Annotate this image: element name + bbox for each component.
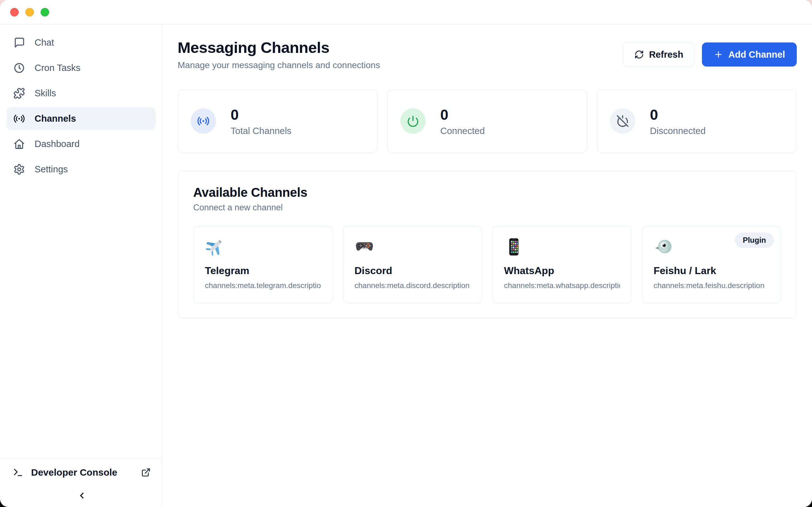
broadcast-icon bbox=[197, 115, 210, 127]
stat-label: Total Channels bbox=[231, 126, 292, 136]
stat-label: Disconnected bbox=[650, 126, 706, 136]
terminal-icon bbox=[13, 467, 23, 478]
airplane-emoji-icon bbox=[205, 237, 224, 257]
stat-value: 0 bbox=[440, 106, 485, 123]
power-icon bbox=[407, 115, 419, 127]
sidebar-item-dashboard[interactable]: Dashboard bbox=[6, 132, 156, 155]
channel-card-whatsapp[interactable]: WhatsApp channels:meta.whatsapp.descript… bbox=[492, 226, 632, 303]
collapse-row bbox=[13, 489, 151, 503]
channel-name: WhatsApp bbox=[504, 265, 620, 277]
sidebar-item-label: Settings bbox=[35, 164, 68, 175]
chat-icon bbox=[13, 37, 25, 49]
channel-description: channels:meta.discord.description bbox=[355, 281, 471, 290]
close-window-button[interactable] bbox=[10, 8, 19, 16]
channel-card-feishu-lark[interactable]: Plugin Feishu / Lark channels:meta.feish… bbox=[642, 226, 781, 303]
sidebar-item-label: Cron Tasks bbox=[35, 63, 81, 73]
power-off-icon bbox=[610, 108, 635, 134]
refresh-button-label: Refresh bbox=[649, 49, 683, 60]
gear-icon bbox=[13, 164, 25, 175]
stat-text: 0 Connected bbox=[440, 106, 485, 136]
bird-emoji-icon bbox=[654, 237, 673, 257]
zoom-window-button[interactable] bbox=[41, 8, 49, 16]
minimize-window-button[interactable] bbox=[26, 8, 34, 16]
developer-console-link[interactable]: Developer Console bbox=[13, 467, 151, 478]
stat-card-connected: 0 Connected bbox=[387, 89, 587, 153]
app-window: Chat Cron Tasks Skills Channels Dashboar… bbox=[0, 0, 812, 507]
app-body: Chat Cron Tasks Skills Channels Dashboar… bbox=[0, 25, 812, 507]
power-off-icon bbox=[616, 115, 629, 127]
clock-icon bbox=[13, 62, 25, 74]
stat-card-total-channels: 0 Total Channels bbox=[177, 89, 377, 153]
add-channel-button[interactable]: Add Channel bbox=[702, 43, 797, 66]
stat-card-disconnected: 0 Disconnected bbox=[597, 89, 797, 153]
header-actions: Refresh Add Channel bbox=[623, 43, 797, 66]
sidebar-item-channels[interactable]: Channels bbox=[6, 107, 156, 130]
chevron-left-icon bbox=[77, 491, 87, 500]
sidebar-item-label: Channels bbox=[35, 113, 76, 124]
stats-row: 0 Total Channels 0 Connected bbox=[177, 89, 797, 153]
stat-label: Connected bbox=[440, 126, 485, 136]
channel-card-telegram[interactable]: Telegram channels:meta.telegram.descript… bbox=[193, 226, 333, 303]
channel-description: channels:meta.whatsapp.description bbox=[504, 281, 620, 290]
puzzle-icon bbox=[13, 88, 25, 99]
stat-value: 0 bbox=[231, 106, 292, 123]
power-icon bbox=[400, 108, 426, 134]
game-controller-emoji-icon bbox=[355, 237, 374, 257]
collapse-sidebar-button[interactable] bbox=[75, 489, 89, 503]
home-icon bbox=[13, 138, 25, 150]
section-title: Available Channels bbox=[193, 185, 781, 200]
page-title: Messaging Channels bbox=[177, 39, 380, 56]
sidebar-footer: Developer Console bbox=[0, 458, 162, 507]
sidebar: Chat Cron Tasks Skills Channels Dashboar… bbox=[0, 25, 162, 507]
page-header: Messaging Channels Manage your messaging… bbox=[177, 39, 797, 70]
channels-row: Telegram channels:meta.telegram.descript… bbox=[193, 226, 781, 303]
sidebar-nav: Chat Cron Tasks Skills Channels Dashboar… bbox=[0, 25, 162, 458]
external-link-icon[interactable] bbox=[141, 468, 151, 477]
channel-description: channels:meta.telegram.description bbox=[205, 281, 321, 290]
sidebar-item-chat[interactable]: Chat bbox=[6, 31, 156, 54]
main-content: Messaging Channels Manage your messaging… bbox=[162, 25, 812, 507]
page-subtitle: Manage your messaging channels and conne… bbox=[177, 60, 380, 70]
plugin-badge: Plugin bbox=[735, 233, 774, 248]
available-channels-section: Available Channels Connect a new channel… bbox=[177, 170, 797, 318]
sidebar-item-cron-tasks[interactable]: Cron Tasks bbox=[6, 56, 156, 79]
stat-text: 0 Total Channels bbox=[231, 106, 292, 136]
traffic-lights bbox=[10, 8, 49, 16]
developer-console-label: Developer Console bbox=[31, 467, 117, 478]
sidebar-item-settings[interactable]: Settings bbox=[6, 158, 156, 181]
stat-value: 0 bbox=[650, 106, 706, 123]
page-header-titles: Messaging Channels Manage your messaging… bbox=[177, 39, 380, 70]
broadcast-icon bbox=[13, 113, 25, 124]
channel-name: Feishu / Lark bbox=[654, 265, 770, 277]
channel-name: Telegram bbox=[205, 265, 321, 277]
section-subtitle: Connect a new channel bbox=[193, 203, 781, 213]
sidebar-item-label: Dashboard bbox=[35, 139, 80, 149]
sidebar-item-label: Skills bbox=[35, 88, 56, 99]
channel-card-discord[interactable]: Discord channels:meta.discord.descriptio… bbox=[343, 226, 483, 303]
mobile-phone-emoji-icon bbox=[504, 237, 524, 257]
channel-description: channels:meta.feishu.description bbox=[654, 281, 770, 290]
channel-name: Discord bbox=[355, 265, 471, 277]
refresh-icon bbox=[635, 50, 644, 59]
broadcast-icon bbox=[191, 108, 216, 134]
refresh-button[interactable]: Refresh bbox=[623, 43, 695, 66]
add-channel-button-label: Add Channel bbox=[728, 49, 785, 60]
title-bar bbox=[0, 0, 812, 25]
stat-text: 0 Disconnected bbox=[650, 106, 706, 136]
plus-icon bbox=[714, 50, 723, 59]
sidebar-item-label: Chat bbox=[35, 38, 54, 48]
sidebar-item-skills[interactable]: Skills bbox=[6, 82, 156, 105]
